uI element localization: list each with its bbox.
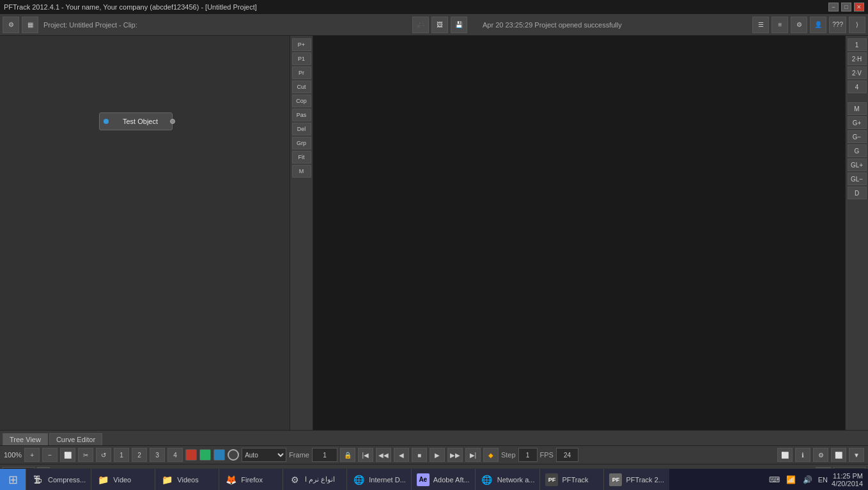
keyboard-icon[interactable]: ⌨	[768, 473, 781, 486]
pb-diamond[interactable]: ◆	[483, 448, 499, 462]
zoom-out-btn[interactable]: −	[42, 448, 58, 462]
project-label: Project: Untitled Project - Clip:	[43, 21, 137, 29]
taskbar-item-ae[interactable]: Ae Adobe Aft...	[411, 469, 475, 491]
pb-info-btn[interactable]: ℹ	[795, 448, 810, 462]
rsb-btn-glm[interactable]: GL−	[848, 172, 867, 185]
side-btn-fit[interactable]: Fit	[292, 151, 311, 164]
node-editor-canvas[interactable]: Test Object	[0, 36, 313, 430]
pb-prev-fast[interactable]: ◀◀	[376, 448, 391, 462]
side-btn-p1[interactable]: P1	[292, 52, 311, 65]
tab-curve-editor[interactable]: Curve Editor	[49, 433, 102, 445]
rsb-btn-1[interactable]: 1	[848, 38, 867, 51]
side-btn-grp[interactable]: Grp	[292, 137, 311, 149]
pb-btn-num3[interactable]: 3	[150, 448, 165, 462]
side-btn-cop[interactable]: Cop	[292, 95, 311, 107]
tab-tree-view[interactable]: Tree View	[3, 433, 48, 445]
zoom-in-btn[interactable]: +	[24, 448, 40, 462]
pb-play[interactable]: ▶	[430, 448, 445, 462]
rsb-btn-2h[interactable]: 2·H	[848, 52, 867, 65]
camera-btn[interactable]: 🎥	[412, 17, 429, 33]
taskbar-label-network: Network a...	[497, 476, 535, 484]
toolbar-menu2[interactable]: ≡	[771, 17, 788, 33]
rsb-btn-gp[interactable]: G+	[848, 116, 867, 129]
toolbar-help[interactable]: ???	[829, 17, 846, 33]
toolbar-menu1[interactable]: ☰	[752, 17, 769, 33]
pb-btn-loop[interactable]: ↺	[96, 448, 111, 462]
viewer-panel[interactable]	[313, 36, 845, 430]
pb-next-fast[interactable]: ▶▶	[447, 448, 463, 462]
side-btn-m[interactable]: M	[292, 165, 311, 178]
pb-extra2[interactable]: ▼	[849, 448, 864, 462]
save-btn[interactable]: 💾	[451, 17, 467, 33]
test-object-node[interactable]: Test Object	[99, 112, 173, 130]
taskbar-item-nrm[interactable]: ⚙ انواع نرم ا	[283, 469, 346, 491]
rsb-btn-d[interactable]: D	[848, 187, 867, 199]
taskbar-item-pftrack[interactable]: PF PFTrack	[539, 469, 603, 491]
toolbar-user[interactable]: 👤	[810, 17, 826, 33]
taskbar-label-pftrack2: PFTrack 2...	[626, 476, 664, 484]
pb-goto-end[interactable]: ▶|	[465, 448, 481, 462]
taskbar-label-video: Video	[113, 476, 131, 484]
pb-goto-start[interactable]: |◀	[358, 448, 373, 462]
rsb-btn-glp[interactable]: GL+	[848, 158, 867, 171]
ae-icon: Ae	[417, 473, 430, 486]
rsb-btn-m[interactable]: M	[848, 102, 867, 115]
side-btn-pr[interactable]: Pr	[292, 66, 311, 79]
taskbar-item-internet[interactable]: 🌐 Internet D...	[346, 469, 410, 491]
nrm-icon: ⚙	[288, 473, 301, 486]
pb-color-green[interactable]	[199, 449, 211, 461]
pb-color-blue[interactable]	[213, 449, 225, 461]
toolbar-extra[interactable]: ⟩	[849, 17, 865, 33]
pb-btn-num1[interactable]: 1	[114, 448, 129, 462]
side-btn-del[interactable]: Del	[292, 123, 311, 135]
taskbar-item-pftrack2[interactable]: PF PFTrack 2...	[603, 469, 669, 491]
taskbar-item-videos[interactable]: 📁 Videos	[155, 469, 219, 491]
rsb-btn-2v[interactable]: 2·V	[848, 66, 867, 79]
pb-stop[interactable]: ■	[412, 448, 427, 462]
pb-color-circle[interactable]	[228, 449, 239, 461]
side-btn-pas[interactable]: Pas	[292, 109, 311, 121]
pftrack-icon: PF	[545, 473, 558, 486]
pb-extra1[interactable]: ⬜	[831, 448, 846, 462]
pb-expand-btn[interactable]: ⬜	[777, 448, 793, 462]
fps-input[interactable]	[556, 448, 578, 462]
volume-icon[interactable]: 🔊	[802, 473, 814, 486]
compress-icon: 🗜	[31, 473, 44, 486]
rsb-btn-g[interactable]: G	[848, 144, 867, 157]
side-btn-pp[interactable]: P+	[292, 38, 311, 51]
start-button[interactable]: ⊞	[0, 469, 26, 491]
toolbar-settings[interactable]: ⚙	[791, 17, 807, 33]
pb-lock-btn[interactable]: 🔒	[340, 448, 355, 462]
pb-btn-reset[interactable]: ⬜	[60, 448, 75, 462]
close-button[interactable]: ✕	[854, 3, 864, 11]
taskbar-item-video[interactable]: 📁 Video	[91, 469, 155, 491]
step-label: Step	[501, 451, 516, 459]
taskbar-label-compress: Compress...	[48, 476, 86, 484]
toolbar-logo-btn[interactable]: ⚙	[3, 17, 19, 33]
step-input[interactable]	[518, 448, 538, 462]
maximize-button[interactable]: □	[841, 3, 851, 11]
pb-mode-dropdown[interactable]: Auto	[242, 448, 286, 462]
taskbar-item-network[interactable]: 🌐 Network a...	[475, 469, 540, 491]
network-sys-icon[interactable]: 📶	[785, 473, 798, 486]
pftrack2-icon: PF	[609, 473, 622, 486]
pb-btn-num4[interactable]: 4	[167, 448, 183, 462]
network-icon: 🌐	[481, 473, 493, 486]
pb-color-red[interactable]	[185, 449, 197, 461]
pb-settings-btn[interactable]: ⚙	[813, 448, 828, 462]
pb-prev[interactable]: ◀	[394, 448, 409, 462]
minimize-button[interactable]: −	[828, 3, 839, 11]
node-output-port[interactable]	[170, 119, 175, 124]
taskbar-item-compress[interactable]: 🗜 Compress...	[26, 469, 91, 491]
frame-input[interactable]	[312, 448, 337, 462]
rsb-btn-gm[interactable]: G−	[848, 130, 867, 143]
pb-btn-num2[interactable]: 2	[132, 448, 147, 462]
image-btn[interactable]: 🖼	[431, 17, 448, 33]
rsb-btn-4[interactable]: 4	[848, 80, 867, 93]
lang-indicator[interactable]: EN	[818, 476, 828, 484]
right-sidebar: 1 2·H 2·V 4 M G+ G− G GL+ GL− D	[845, 36, 868, 430]
pb-btn-trim[interactable]: ✂	[78, 448, 93, 462]
side-btn-cut[interactable]: Cut	[292, 80, 311, 93]
taskbar-item-firefox[interactable]: 🦊 Firefox	[219, 469, 283, 491]
toolbar-grid-btn[interactable]: ▦	[22, 17, 38, 33]
